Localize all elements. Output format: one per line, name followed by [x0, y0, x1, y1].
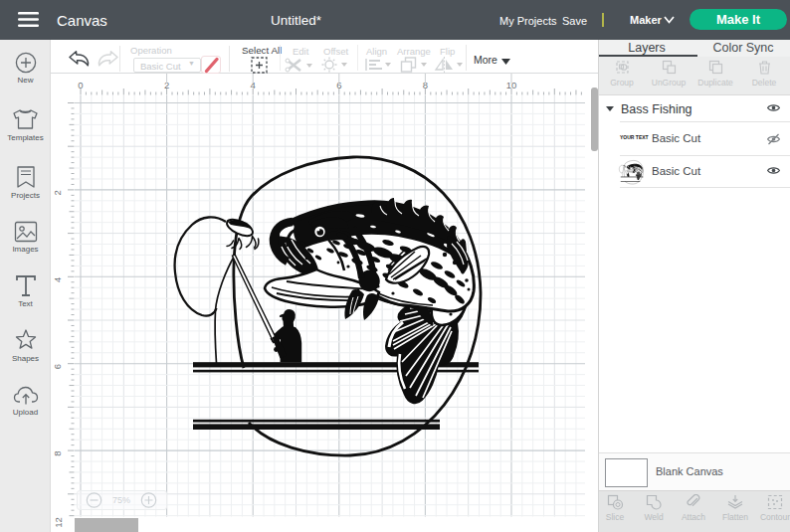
- svg-text:12: 12: [53, 517, 64, 528]
- svg-text:4: 4: [53, 277, 64, 282]
- svg-text:2: 2: [53, 190, 64, 195]
- svg-text:6: 6: [53, 364, 64, 369]
- svg-text:8: 8: [53, 450, 64, 455]
- svg-text:0: 0: [78, 80, 83, 90]
